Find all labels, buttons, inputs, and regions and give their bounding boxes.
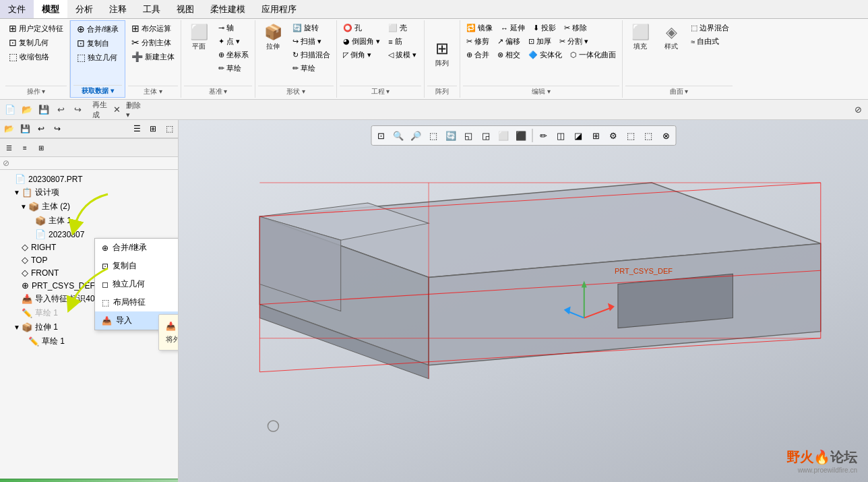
- btn-array[interactable]: ⊞ 阵列: [427, 37, 457, 69]
- btn-merge[interactable]: ⊕合并: [463, 49, 493, 61]
- tree-item-body-group[interactable]: ▼ 📦 主体 (2): [0, 200, 178, 214]
- btn-filter[interactable]: ⊘: [850, 102, 865, 117]
- tree-btn-undo[interactable]: ↩: [34, 121, 49, 136]
- tree-btn-a[interactable]: ☰: [1, 140, 16, 155]
- btn-fill[interactable]: ⬜ 填充: [625, 22, 655, 84]
- btn-close-tab[interactable]: ✕: [109, 102, 124, 117]
- dropdown-item-copy-from[interactable]: ⊡ 复制自: [95, 257, 179, 275]
- btn-sketch-datum[interactable]: ✏草绘: [215, 62, 252, 75]
- btn-style[interactable]: ◈ 样式: [656, 22, 686, 84]
- btn-chamfer[interactable]: ◸倒角 ▾: [340, 49, 383, 61]
- design-icon: 📋: [22, 187, 32, 198]
- btn-fillet[interactable]: ◕倒圆角 ▾: [340, 35, 383, 48]
- btn-boundary-blend[interactable]: ⬚边界混合: [687, 22, 733, 34]
- btn-split[interactable]: ✂分割 ▾: [556, 35, 592, 48]
- tree-btn-c[interactable]: ⊞: [34, 140, 49, 155]
- btn-draft[interactable]: ◁拔模 ▾: [385, 49, 420, 61]
- csys-icon: ⊕: [22, 280, 29, 291]
- tree-toggle[interactable]: ▼: [12, 189, 22, 196]
- btn-delete[interactable]: 删除 ▾: [126, 102, 141, 117]
- btn-merge-inherit[interactable]: ⊕合并/继承: [73, 22, 122, 36]
- right-icon: ◇: [22, 242, 28, 252]
- tree-btn-redo[interactable]: ↪: [50, 121, 65, 136]
- btn-sweep[interactable]: ↪扫描 ▾: [289, 35, 334, 48]
- menu-tools[interactable]: 工具: [135, 0, 168, 18]
- btn-freestyle[interactable]: ≈自由式: [687, 35, 733, 48]
- viewport[interactable]: ⊡ 🔍 🔎 ⬚ 🔄 ◱ ◲ ⬜ ⬛ ✏ ◫ ◪ ⊞ ⚙ ⬚ ⬚ ⊗: [179, 120, 868, 482]
- tree-filter: ⊘: [0, 157, 178, 170]
- tree-item-label: FRONT: [31, 268, 59, 278]
- tree-item-sketch2[interactable]: ✏️ 草绘 1: [0, 334, 178, 349]
- main-layout: 📂 💾 ↩ ↪ ☰ ⊞ ⬚ ☰ ≡ ⊞ ⊘ 📄 20230807.PRT: [0, 120, 868, 482]
- btn-extrude[interactable]: 📦 拉伸: [258, 22, 288, 84]
- watermark-logo: 野火🔥论坛: [786, 448, 857, 466]
- btn-rotate[interactable]: 🔄旋转: [289, 22, 334, 34]
- tree-btn-expand[interactable]: ⬚: [162, 121, 177, 136]
- menu-flexible-modeling[interactable]: 柔性建模: [202, 0, 253, 18]
- btn-undo[interactable]: ↩: [53, 102, 68, 117]
- tree-toggle[interactable]: ▼: [12, 324, 22, 331]
- btn-new-body[interactable]: ➕新建主体: [128, 50, 178, 63]
- ribbon-group-actions: ⊞用户定义特征 ⊡复制几何 ⬚收缩包络 操作 ▾: [3, 20, 70, 98]
- btn-extend[interactable]: ↔延伸: [497, 22, 528, 34]
- ribbon: ⊞用户定义特征 ⊡复制几何 ⬚收缩包络 操作 ▾ ⊕合并/继承 ⊡复制自: [0, 19, 868, 100]
- btn-intersect[interactable]: ⊗相交: [494, 49, 524, 61]
- btn-point[interactable]: ✦点 ▾: [215, 35, 252, 48]
- btn-mirror[interactable]: 🔁镜像: [463, 22, 496, 34]
- tree-btn-b[interactable]: ≡: [18, 140, 32, 155]
- tree-btn-open[interactable]: 📂: [1, 121, 16, 136]
- menu-model[interactable]: 模型: [34, 0, 67, 18]
- tooltip-box: 📥 导入 将外部数据插入到活动对象: [158, 314, 179, 351]
- 3d-model-svg: PRT_CSYS_DEF: [179, 120, 868, 482]
- tree-btn-save[interactable]: 💾: [18, 121, 32, 136]
- menu-applications[interactable]: 应用程序: [253, 0, 305, 18]
- btn-plane[interactable]: ⬜ 平面: [184, 22, 214, 53]
- btn-save[interactable]: 💾: [36, 102, 51, 117]
- btn-shell[interactable]: ⬜壳: [385, 22, 420, 34]
- btn-coord[interactable]: ⊕坐标系: [215, 49, 252, 61]
- btn-sketch-shape[interactable]: ✏草绘: [289, 62, 334, 75]
- btn-unify[interactable]: ⬡一体化曲面: [567, 49, 619, 61]
- menu-file[interactable]: 文件: [0, 0, 34, 18]
- tree-item-label: 设计项: [35, 187, 59, 198]
- dropdown-item-independent[interactable]: ◻ 独立几何: [95, 275, 179, 293]
- btn-hole[interactable]: ⭕孔: [340, 22, 383, 34]
- btn-offset[interactable]: ↗偏移: [494, 35, 524, 48]
- btn-sweep-blend[interactable]: ↻扫描混合: [289, 49, 334, 61]
- btn-split-body[interactable]: ✂分割主体: [128, 36, 178, 49]
- btn-user-feature[interactable]: ⊞用户定义特征: [5, 22, 67, 35]
- tree-item-body1[interactable]: 📦 主体 1: [0, 214, 178, 228]
- btn-rib[interactable]: ≡筋: [385, 35, 420, 48]
- btn-project[interactable]: ⬇投影: [530, 22, 559, 34]
- tree-toggle[interactable]: ▼: [19, 203, 28, 210]
- tree-item-file[interactable]: 📄 20230807.PRT: [0, 173, 178, 185]
- menu-analysis[interactable]: 分析: [67, 0, 101, 18]
- btn-open[interactable]: 📂: [20, 102, 34, 117]
- btn-regenerate[interactable]: 再生成: [92, 102, 107, 117]
- btn-thicken[interactable]: ⊡加厚: [525, 35, 555, 48]
- btn-shrink-wrap2[interactable]: ⬚独立几何: [73, 51, 122, 64]
- btn-shrink-wrap[interactable]: ⬚收缩包络: [5, 50, 67, 63]
- sketch2-icon: ✏️: [28, 336, 39, 347]
- ribbon-group-datum: ⬜ 平面 ⊸轴 ✦点 ▾ ⊕坐标系 ✏草绘 基准 ▾: [181, 20, 255, 98]
- btn-solidify[interactable]: 🔷实体化: [525, 49, 565, 61]
- dropdown-item-layout[interactable]: ⬚ 布局特征: [95, 293, 179, 311]
- menu-annotation[interactable]: 注释: [101, 0, 135, 18]
- btn-new[interactable]: 📄: [3, 102, 18, 117]
- menu-bar: 文件 模型 分析 注释 工具 视图 柔性建模 应用程序: [0, 0, 868, 19]
- ribbon-group-get-data-label[interactable]: 获取数据 ▾: [73, 85, 122, 96]
- menu-view[interactable]: 视图: [168, 0, 202, 18]
- tree-btn-grid[interactable]: ⊞: [146, 121, 160, 136]
- btn-copy-from[interactable]: ⊡复制自: [73, 36, 122, 50]
- ribbon-group-body: ⊞布尔运算 ✂分割主体 ➕新建主体 主体 ▾: [125, 20, 181, 98]
- btn-trim[interactable]: ✂修剪: [463, 35, 493, 48]
- btn-axis[interactable]: ⊸轴: [215, 22, 252, 34]
- btn-boolean[interactable]: ⊞布尔运算: [128, 22, 178, 35]
- tree-item-design[interactable]: ▼ 📋 设计项: [0, 185, 178, 200]
- btn-copy-geometry[interactable]: ⊡复制几何: [5, 36, 67, 49]
- ribbon-group-array: ⊞ 阵列 阵列: [425, 20, 460, 98]
- btn-redo[interactable]: ↪: [70, 102, 85, 117]
- btn-remove[interactable]: ✂移除: [561, 22, 590, 34]
- dropdown-item-merge[interactable]: ⊕ 合并/继承: [95, 239, 179, 257]
- tree-btn-list[interactable]: ☰: [129, 121, 144, 136]
